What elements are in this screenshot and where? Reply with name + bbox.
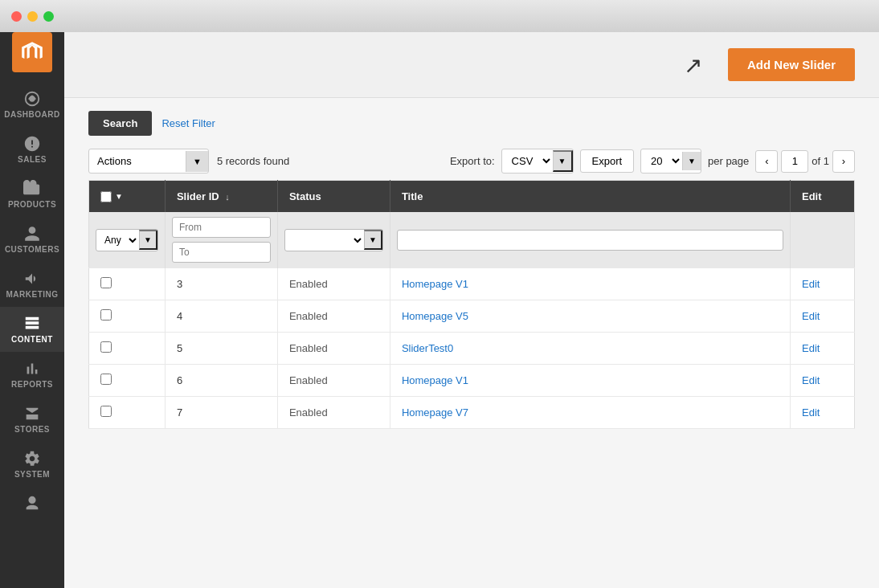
actions-select-wrapper[interactable]: Actions ▼: [88, 149, 209, 174]
export-format-select[interactable]: CSV: [502, 149, 553, 173]
sales-icon: [23, 135, 41, 153]
filter-cell-checkbox: Any ▼: [89, 212, 166, 268]
row-checkbox-cell: [89, 365, 166, 397]
export-button[interactable]: Export: [580, 149, 635, 173]
th-edit: Edit: [791, 181, 855, 213]
per-page-select-wrapper[interactable]: 20 ▼: [640, 149, 701, 174]
export-format-dropdown-btn[interactable]: ▼: [553, 150, 573, 172]
filter-cell-status: ▼: [277, 212, 390, 268]
sidebar-item-marketing[interactable]: MARKETING: [0, 262, 64, 307]
sidebar-item-content-label: CONTENT: [11, 335, 53, 344]
system-icon: [23, 450, 41, 468]
checkbox-dropdown-btn[interactable]: ▼: [115, 192, 123, 201]
traffic-light-yellow[interactable]: [27, 11, 38, 22]
sort-icon: ↓: [225, 192, 230, 202]
select-all-checkbox[interactable]: [100, 191, 112, 202]
sidebar-item-system[interactable]: SYSTEM: [0, 442, 64, 487]
row-id: 5: [165, 333, 277, 365]
filter-any-dropdown-btn[interactable]: ▼: [139, 230, 157, 250]
actions-dropdown[interactable]: Actions: [89, 149, 186, 173]
row-edit-link[interactable]: Edit: [791, 365, 855, 397]
table-container: ▼ Slider ID ↓ Status Title Edit: [64, 180, 879, 445]
filter-title-input[interactable]: [397, 230, 783, 251]
search-button[interactable]: Search: [88, 111, 152, 136]
dashboard-icon: [23, 90, 41, 108]
arrow-hint: ↗: [684, 51, 702, 78]
sidebar-item-dashboard[interactable]: DASHBOARD: [0, 82, 64, 127]
sidebar-item-reports[interactable]: REPORTS: [0, 352, 64, 397]
row-checkbox[interactable]: [100, 406, 112, 417]
table-row: 4 Enabled Homepage V5 Edit: [89, 300, 855, 333]
sidebar-item-find-partners[interactable]: [0, 487, 64, 523]
row-id: 7: [165, 397, 277, 429]
th-status[interactable]: Status: [277, 181, 390, 213]
toolbar-left: Actions ▼ 5 records found: [88, 149, 289, 174]
filter-cell-edit: [791, 212, 855, 268]
sidebar-item-content[interactable]: CONTENT: [0, 307, 64, 352]
filter-to-input[interactable]: [172, 242, 271, 263]
traffic-light-green[interactable]: [43, 11, 54, 22]
row-edit-link[interactable]: Edit: [791, 268, 855, 300]
sidebar-logo[interactable]: [12, 32, 52, 72]
sidebar-item-system-label: SYSTEM: [14, 470, 50, 479]
table-row: 6 Enabled Homepage V1 Edit: [89, 365, 855, 397]
row-id: 4: [165, 300, 277, 333]
stores-icon: [23, 405, 41, 423]
pagination: ‹ of 1 ›: [755, 150, 855, 173]
row-checkbox[interactable]: [100, 277, 112, 288]
next-page-button[interactable]: ›: [832, 150, 855, 173]
sidebar-navigation: DASHBOARD SALES PRODUCTS CUSTOMERS MARKE…: [0, 82, 64, 523]
row-checkbox-cell: [89, 397, 166, 429]
filter-from-input[interactable]: [172, 217, 271, 238]
row-status: Enabled: [277, 365, 390, 397]
filter-status-select[interactable]: [285, 230, 364, 251]
row-status: Enabled: [277, 397, 390, 429]
filter-status-wrapper[interactable]: ▼: [284, 229, 383, 251]
th-checkbox: ▼: [89, 181, 166, 213]
filter-any-select[interactable]: Any: [96, 230, 139, 251]
row-status: Enabled: [277, 268, 390, 300]
sidebar-item-stores[interactable]: STORES: [0, 397, 64, 442]
sidebar: DASHBOARD SALES PRODUCTS CUSTOMERS MARKE…: [0, 0, 64, 588]
filter-any-wrapper[interactable]: Any ▼: [96, 229, 158, 251]
row-checkbox[interactable]: [100, 341, 112, 353]
sidebar-item-reports-label: REPORTS: [11, 380, 53, 389]
current-page-input[interactable]: [781, 150, 808, 173]
add-new-slider-button[interactable]: Add New Slider: [728, 48, 855, 81]
per-page-select[interactable]: 20: [641, 149, 682, 173]
row-title: Homepage V1: [390, 268, 790, 300]
row-checkbox-cell: [89, 300, 166, 333]
row-edit-link[interactable]: Edit: [791, 300, 855, 333]
sidebar-item-marketing-label: MARKETING: [6, 290, 58, 299]
row-edit-link[interactable]: Edit: [791, 333, 855, 365]
magento-logo-icon: [19, 39, 45, 65]
page-of: of 1: [812, 155, 829, 167]
filter-cell-id: [165, 212, 277, 268]
actions-dropdown-btn[interactable]: ▼: [186, 151, 208, 172]
row-title: SliderTest0: [390, 333, 790, 365]
reset-filter-button[interactable]: Reset Filter: [161, 117, 215, 129]
sidebar-item-sales[interactable]: SALES: [0, 127, 64, 172]
row-edit-link[interactable]: Edit: [791, 397, 855, 429]
prev-page-button[interactable]: ‹: [755, 150, 778, 173]
filter-status-dropdown-btn[interactable]: ▼: [364, 230, 382, 250]
row-checkbox[interactable]: [100, 309, 112, 321]
row-checkbox-cell: [89, 333, 166, 365]
sidebar-item-customers[interactable]: CUSTOMERS: [0, 217, 64, 262]
sidebar-item-products[interactable]: PRODUCTS: [0, 172, 64, 217]
row-checkbox[interactable]: [100, 374, 112, 385]
sidebar-item-dashboard-label: DASHBOARD: [4, 110, 60, 119]
table-row: 3 Enabled Homepage V1 Edit: [89, 268, 855, 300]
export-format-wrapper[interactable]: CSV ▼: [501, 149, 574, 174]
sidebar-item-products-label: PRODUCTS: [8, 200, 56, 209]
row-id: 3: [165, 268, 277, 300]
sidebar-item-customers-label: CUSTOMERS: [5, 245, 59, 254]
export-label: Export to:: [450, 155, 495, 167]
row-status: Enabled: [277, 333, 390, 365]
th-title[interactable]: Title: [390, 181, 790, 213]
th-slider-id[interactable]: Slider ID ↓: [165, 181, 277, 213]
per-page-dropdown-btn[interactable]: ▼: [682, 152, 701, 170]
content-icon: [23, 315, 41, 333]
traffic-light-red[interactable]: [11, 11, 22, 22]
row-title: Homepage V7: [390, 397, 790, 429]
